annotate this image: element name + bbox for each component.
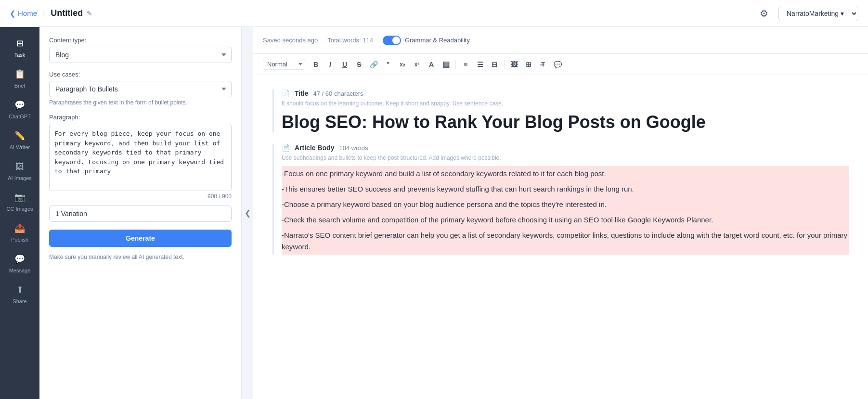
sidebar-item-message-label: Message: [9, 268, 31, 273]
ai-notice: Make sure you manually review all AI gen…: [49, 254, 232, 260]
use-case-description: Paraphrases the given text in the form o…: [49, 99, 232, 106]
align-button[interactable]: ⊟: [488, 58, 501, 71]
variation-select[interactable]: 1 Variation 2 Variations 3 Variations: [49, 206, 232, 222]
bullet-4: -Check the search volume and competition…: [282, 212, 849, 228]
title-section-header: 📄 Title 47 / 60 characters: [282, 90, 849, 97]
title-section-hint: It should focus on the learning outcome.…: [282, 100, 849, 107]
use-case-select[interactable]: Paragraph To Bullets Bullets To Paragrap…: [49, 81, 232, 97]
grammar-toggle[interactable]: [383, 36, 401, 45]
unordered-list-button[interactable]: ☰: [473, 58, 487, 71]
bullet-2: -This ensures better SEO success and pre…: [282, 181, 849, 197]
editor-toolbar: Normal Heading 1 Heading 2 Heading 3 B I…: [253, 54, 868, 75]
sidebar-item-share-label: Share: [13, 298, 26, 304]
underline-button[interactable]: U: [338, 58, 351, 71]
text-style-select[interactable]: Normal Heading 1 Heading 2 Heading 3: [263, 59, 305, 70]
content-type-select[interactable]: Blog Article Social Email: [49, 47, 232, 63]
use-cases-label: Use cases:: [49, 71, 232, 78]
sidebar-item-message[interactable]: 💬 Message: [0, 247, 39, 278]
char-count: 900 / 900: [49, 193, 232, 200]
publish-icon: 📤: [13, 221, 26, 235]
top-bar: Saved seconds ago Total words: 114 Gramm…: [253, 27, 868, 54]
word-count: Total words: 114: [327, 37, 373, 44]
chevron-left-icon: ❮: [10, 9, 16, 18]
paragraph-textarea[interactable]: For every blog piece, keep your focus on…: [49, 124, 232, 191]
sidebar-item-task-label: Task: [14, 52, 26, 58]
body-section-meta: 104 words: [339, 144, 368, 152]
toolbar-divider-2: [504, 60, 505, 69]
toolbar-divider-1: [455, 60, 456, 69]
editor-area: 📄 Title 47 / 60 characters It should foc…: [253, 75, 868, 399]
sidebar-item-brief-label: Brief: [14, 83, 26, 89]
sidebar-item-ai-writer-label: AI Writer: [10, 144, 30, 150]
edit-icon[interactable]: ✎: [87, 10, 92, 17]
sidebar-item-brief[interactable]: 📋 Brief: [0, 63, 39, 93]
body-section-header: 📄 Article Body 104 words: [282, 144, 849, 152]
sidebar-item-ai-images[interactable]: 🖼 AI Images: [0, 155, 39, 186]
body-section-hint: Use subheadings and bullets to keep the …: [282, 154, 849, 161]
app-header: ❮ Home | Untitled ✎ ⚙ NarratoMarketing ▾: [0, 0, 868, 27]
panel-toggle[interactable]: ❮: [242, 27, 253, 399]
font-color-button[interactable]: A: [425, 58, 438, 71]
sidebar-item-cc-images-label: CC Images: [6, 206, 33, 212]
home-label[interactable]: Home: [18, 9, 37, 17]
title-section-label: Title: [295, 90, 309, 97]
strikethrough-button[interactable]: S: [352, 58, 366, 71]
link-button[interactable]: 🔗: [367, 58, 380, 71]
subscript-button[interactable]: x₂: [396, 58, 409, 71]
bold-button[interactable]: B: [309, 58, 323, 71]
bullet-3: -Choose a primary keyword based on your …: [282, 197, 849, 212]
blog-title[interactable]: Blog SEO: How to Rank Your Blog Posts on…: [282, 112, 849, 132]
body-section: 📄 Article Body 104 words Use subheadings…: [272, 144, 849, 255]
share-icon: ⬆: [13, 283, 26, 296]
right-section: Saved seconds ago Total words: 114 Gramm…: [253, 27, 868, 399]
left-panel: Content type: Blog Article Social Email …: [39, 27, 242, 399]
superscript-button[interactable]: x²: [410, 58, 424, 71]
quote-button[interactable]: ": [381, 58, 395, 71]
bullet-1: -Focus on one primary keyword and build …: [282, 166, 849, 181]
doc-title: Untitled: [51, 8, 83, 18]
header-right: ⚙ NarratoMarketing ▾: [755, 5, 858, 22]
sidebar-item-cc-images[interactable]: 📷 CC Images: [0, 186, 39, 217]
table-button[interactable]: ⊞: [522, 58, 535, 71]
body-section-label: Article Body: [295, 144, 334, 152]
body-section-icon: 📄: [282, 144, 290, 152]
generate-button[interactable]: Generate: [49, 230, 232, 247]
grammar-toggle-wrap: Grammar & Readability: [383, 36, 470, 45]
sidebar-item-chatgpt[interactable]: 💬 ChatGPT: [0, 93, 39, 124]
grammar-label: Grammar & Readability: [405, 37, 470, 44]
content-type-label: Content type:: [49, 37, 232, 44]
sidebar-item-publish[interactable]: 📤 Publish: [0, 217, 39, 247]
ai-writer-icon: ✏️: [13, 129, 26, 142]
sidebar-item-task[interactable]: ⊞ Task: [0, 32, 39, 63]
message-icon: 💬: [13, 252, 26, 266]
clear-format-button[interactable]: T̶: [536, 58, 550, 71]
title-section-meta: 47 / 60 characters: [313, 90, 363, 97]
paragraph-label: Paragraph:: [49, 114, 232, 121]
save-status: Saved seconds ago: [263, 37, 318, 44]
brief-icon: 📋: [13, 67, 26, 81]
header-left: ❮ Home | Untitled ✎: [10, 8, 92, 18]
sidebar-item-ai-images-label: AI Images: [8, 175, 32, 181]
ordered-list-button[interactable]: ≡: [459, 58, 472, 71]
bullet-5: -Narrato's SEO content brief generator c…: [282, 228, 849, 255]
italic-button[interactable]: I: [324, 58, 337, 71]
task-icon: ⊞: [13, 37, 26, 50]
article-body[interactable]: -Focus on one primary keyword and build …: [282, 166, 849, 255]
sidebar-item-chatgpt-label: ChatGPT: [9, 114, 31, 119]
org-select[interactable]: NarratoMarketing ▾: [778, 6, 858, 21]
ai-images-icon: 🖼: [13, 160, 26, 173]
chatgpt-icon: 💬: [13, 98, 26, 112]
highlight-button[interactable]: ▤: [439, 58, 453, 71]
sidebar: ⊞ Task 📋 Brief 💬 ChatGPT ✏️ AI Writer 🖼 …: [0, 27, 39, 399]
sidebar-item-publish-label: Publish: [11, 237, 28, 243]
image-button[interactable]: 🖼: [507, 58, 521, 71]
title-section: 📄 Title 47 / 60 characters It should foc…: [272, 90, 849, 132]
app-body: ⊞ Task 📋 Brief 💬 ChatGPT ✏️ AI Writer 🖼 …: [0, 27, 868, 399]
title-section-icon: 📄: [282, 90, 290, 97]
sidebar-item-ai-writer[interactable]: ✏️ AI Writer: [0, 124, 39, 155]
sidebar-item-share[interactable]: ⬆ Share: [0, 278, 39, 309]
comment-button[interactable]: 💬: [551, 58, 564, 71]
home-link[interactable]: ❮ Home: [10, 9, 37, 18]
settings-button[interactable]: ⚙: [755, 5, 773, 22]
cc-images-icon: 📷: [13, 191, 26, 204]
